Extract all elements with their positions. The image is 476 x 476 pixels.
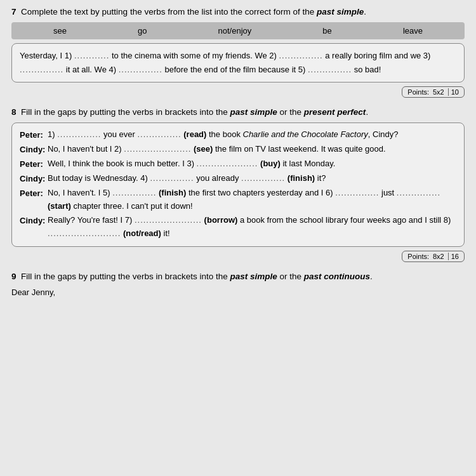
dialogue-row-cindy-2: Cindy: But today is Wednesday. 4) ......… bbox=[20, 172, 456, 186]
section-8-number: 8 bbox=[11, 107, 17, 117]
dialogue-text-cindy-1: No, I haven't but I 2) .................… bbox=[48, 143, 456, 156]
points-8: Points: 8x2 16 bbox=[11, 251, 465, 262]
speaker-cindy-2: Cindy: bbox=[20, 172, 48, 186]
word-be: be bbox=[317, 25, 336, 37]
speaker-cindy-1: Cindy: bbox=[20, 143, 48, 157]
dialogue-text-peter-3: No, I haven't. I 5) ............... (fin… bbox=[48, 187, 456, 213]
points-8-formula: 8x2 bbox=[433, 253, 449, 260]
speaker-peter-1: Peter: bbox=[20, 128, 48, 142]
section-9-salutation: Dear Jenny, bbox=[11, 288, 55, 297]
dialogue-text-peter-1: 1) ............... you ever ............… bbox=[48, 128, 456, 142]
section-8-tense1: past simple bbox=[230, 107, 277, 117]
section-9-connector: or the bbox=[280, 272, 302, 281]
section-9-instruction: Fill in the gaps by putting the verbs in… bbox=[21, 272, 228, 281]
section-8-connector: or the bbox=[280, 107, 302, 117]
points-7-formula: 5x2 bbox=[433, 88, 449, 96]
blank-7-3: ............... bbox=[20, 65, 63, 74]
section-7: 7 Complete the text by putting the verbs… bbox=[11, 6, 465, 98]
section-7-title: 7 Complete the text by putting the verbs… bbox=[11, 6, 465, 18]
points-8-value: 16 bbox=[451, 253, 459, 260]
points-7-value: 10 bbox=[451, 88, 459, 96]
dialogue-row-peter-1: Peter: 1) ............... you ever .....… bbox=[20, 128, 456, 142]
speaker-peter-3: Peter: bbox=[20, 187, 48, 201]
points-7-box: Points: 5x2 10 bbox=[402, 86, 465, 98]
word-see: see bbox=[48, 25, 72, 37]
points-7-label: Points: bbox=[407, 88, 429, 96]
section-7-instruction: Complete the text by putting the verbs f… bbox=[21, 7, 314, 17]
blank-7-1: ............ bbox=[74, 51, 109, 60]
points-7: Points: 5x2 10 bbox=[11, 86, 465, 98]
exercise-box-8: Peter: 1) ............... you ever .....… bbox=[11, 122, 465, 247]
word-not-enjoy: not/enjoy bbox=[213, 25, 257, 37]
section-8-tense2: present perfect bbox=[304, 107, 366, 117]
section-8: 8 Fill in the gaps by putting the verbs … bbox=[11, 107, 465, 261]
dialogue-row-cindy-1: Cindy: No, I haven't but I 2) ..........… bbox=[20, 143, 456, 157]
word-bank-7: see go not/enjoy be leave bbox=[11, 22, 465, 39]
section-9-tense1: past simple bbox=[230, 272, 277, 281]
section-8-instruction: Fill in the gaps by putting the verbs in… bbox=[21, 107, 228, 117]
word-leave: leave bbox=[398, 25, 428, 37]
dialogue-row-peter-3: Peter: No, I haven't. I 5) .............… bbox=[20, 187, 456, 213]
points-8-box: Points: 8x2 16 bbox=[402, 251, 465, 262]
dialogue-row-cindy-3: Cindy: Really? You're fast! I 7) .......… bbox=[20, 214, 456, 241]
points-8-label: Points: bbox=[407, 253, 429, 260]
blank-7-5: ............... bbox=[308, 65, 352, 74]
speaker-cindy-3: Cindy: bbox=[20, 214, 48, 228]
exercise-7-text: Yesterday, I 1) ............ to the cine… bbox=[20, 51, 430, 74]
section-7-number: 7 bbox=[11, 7, 17, 17]
exercise-box-7: Yesterday, I 1) ............ to the cine… bbox=[11, 43, 465, 83]
dialogue-text-cindy-2: But today is Wednesday. 4) .............… bbox=[48, 172, 456, 185]
dialogue-text-cindy-3: Really? You're fast! I 7) ..............… bbox=[48, 214, 456, 241]
dialogue-row-peter-2: Peter: Well, I think the book is much be… bbox=[20, 157, 456, 171]
word-go: go bbox=[133, 25, 152, 37]
section-9: 9 Fill in the gaps by putting the verbs … bbox=[11, 271, 465, 299]
speaker-peter-2: Peter: bbox=[20, 157, 48, 171]
page: 7 Complete the text by putting the verbs… bbox=[0, 0, 476, 476]
section-9-tense2: past continuous bbox=[304, 272, 370, 281]
section-9-title: 9 Fill in the gaps by putting the verbs … bbox=[11, 271, 465, 283]
blank-7-2: ............... bbox=[279, 51, 322, 60]
section-9-number: 9 bbox=[11, 272, 17, 281]
section-7-tense: past simple bbox=[317, 7, 364, 17]
section-8-title: 8 Fill in the gaps by putting the verbs … bbox=[11, 107, 465, 119]
dialogue-text-peter-2: Well, I think the book is much better. I… bbox=[48, 157, 456, 171]
section-9-body: Dear Jenny, bbox=[11, 286, 465, 299]
blank-7-4: ............... bbox=[119, 65, 162, 74]
